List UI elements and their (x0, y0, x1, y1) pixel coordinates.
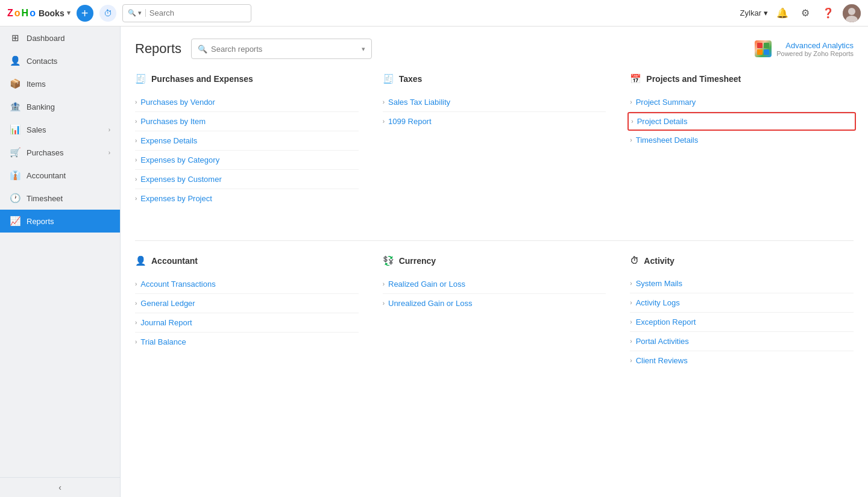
logo-caret[interactable]: ▾ (67, 9, 71, 17)
logo-o2: o (30, 8, 36, 19)
avatar[interactable] (843, 4, 861, 22)
sidebar-item-sales[interactable]: 📊 Sales › (0, 118, 120, 141)
chevron-icon: › (383, 300, 385, 307)
sidebar-item-label: Dashboard (27, 34, 110, 43)
sidebar-collapse-button[interactable]: ‹ (0, 477, 120, 497)
chevron-icon: › (383, 118, 385, 125)
report-item-expenses-by-customer[interactable]: › Expenses by Customer (135, 170, 359, 189)
report-item-expense-details[interactable]: › Expense Details (135, 131, 359, 151)
sidebar-item-accountant[interactable]: 👔 Accountant (0, 164, 120, 187)
chevron-icon: › (630, 357, 632, 364)
report-item-realized-gain-loss[interactable]: › Realized Gain or Loss (383, 275, 606, 294)
dashboard-icon: ⊞ (10, 33, 20, 43)
add-button[interactable]: + (77, 5, 93, 22)
chevron-icon: › (135, 99, 137, 105)
section-divider (135, 240, 854, 241)
sidebar-item-purchases[interactable]: 🛒 Purchases › (0, 141, 120, 164)
reports-icon: 📈 (10, 216, 20, 227)
purchases-expenses-icon: 🧾 (135, 73, 146, 84)
section-activity-title: ⏱ Activity (630, 255, 854, 266)
arrow-icon: › (108, 149, 110, 156)
search-icon: 🔍 (198, 45, 207, 54)
report-item-journal-report[interactable]: › Journal Report (135, 313, 359, 333)
search-filter[interactable]: 🔍 ▾ (128, 9, 146, 17)
timesheet-icon: 🕐 (10, 193, 20, 204)
sidebar-item-label: Sales (27, 125, 102, 134)
logo-o1: o (14, 8, 20, 19)
sidebar-item-label: Reports (27, 217, 110, 226)
report-item-general-ledger[interactable]: › General Ledger (135, 294, 359, 313)
report-item-portal-activities[interactable]: › Portal Activities (630, 332, 854, 351)
chevron-icon: › (135, 319, 137, 326)
logo[interactable]: ZoHo Books ▾ (7, 8, 71, 19)
sidebar-item-label: Banking (27, 102, 110, 111)
advanced-analytics-subtitle: Powered by Zoho Reports (776, 50, 854, 57)
purchases-icon: 🛒 (10, 147, 20, 158)
banking-icon: 🏦 (10, 101, 20, 112)
accountant-section-icon: 👤 (135, 255, 146, 266)
chevron-icon: › (135, 339, 137, 345)
report-item-project-summary[interactable]: › Project Summary (630, 93, 854, 112)
report-item-exception-report[interactable]: › Exception Report (630, 313, 854, 332)
report-item-expenses-by-project[interactable]: › Expenses by Project (135, 189, 359, 208)
chevron-icon: › (630, 338, 632, 345)
section-accountant: 👤 Accountant › Account Transactions › Ge… (135, 255, 359, 370)
sidebar: ⊞ Dashboard 👤 Contacts 📦 Items 🏦 Banking… (0, 27, 121, 497)
sales-icon: 📊 (10, 124, 20, 135)
chevron-icon: › (135, 118, 137, 125)
chevron-icon: › (630, 319, 632, 325)
user-name: Zylkar (740, 8, 761, 17)
sidebar-item-dashboard[interactable]: ⊞ Dashboard (0, 27, 120, 49)
sidebar-item-reports[interactable]: 📈 Reports (0, 210, 120, 233)
section-projects-timesheet: 📅 Projects and Timesheet › Project Summa… (630, 73, 854, 208)
report-item-1099-report[interactable]: › 1099 Report (383, 112, 606, 131)
report-item-purchases-by-item[interactable]: › Purchases by Item (135, 112, 359, 131)
report-item-client-reviews[interactable]: › Client Reviews (630, 351, 854, 370)
arrow-icon: › (108, 127, 110, 133)
help-button[interactable]: ❓ (820, 5, 837, 22)
report-item-activity-logs[interactable]: › Activity Logs (630, 293, 854, 313)
section-activity: ⏱ Activity › System Mails › Activity Log… (630, 255, 854, 370)
chevron-icon: › (135, 137, 137, 144)
nav-search-box: 🔍 ▾ (122, 4, 251, 22)
report-item-system-mails[interactable]: › System Mails (630, 274, 854, 293)
chevron-icon: › (135, 176, 137, 183)
report-item-account-transactions[interactable]: › Account Transactions (135, 275, 359, 294)
nav-search-input[interactable] (149, 8, 246, 17)
sidebar-item-label: Purchases (27, 148, 102, 157)
sidebar-item-contacts[interactable]: 👤 Contacts (0, 49, 120, 72)
contacts-icon: 👤 (10, 55, 20, 66)
logo-books: Books (39, 8, 64, 18)
settings-button[interactable]: ⚙ (797, 5, 814, 22)
report-item-sales-tax-liability[interactable]: › Sales Tax Liability (383, 93, 606, 112)
search-reports-caret[interactable]: ▾ (362, 45, 365, 53)
svg-rect-6 (764, 49, 769, 55)
chevron-icon: › (383, 281, 385, 287)
projects-timesheet-icon: 📅 (630, 73, 641, 84)
section-taxes-title: 🧾 Taxes (383, 73, 606, 84)
svg-rect-3 (757, 43, 763, 48)
report-item-project-details[interactable]: › Project Details (627, 112, 856, 131)
search-reports-input[interactable] (211, 45, 358, 54)
report-item-timesheet-details[interactable]: › Timesheet Details (630, 131, 854, 149)
report-item-trial-balance[interactable]: › Trial Balance (135, 333, 359, 351)
clock-button[interactable]: ⏱ (99, 5, 116, 22)
sidebar-item-banking[interactable]: 🏦 Banking (0, 95, 120, 118)
sidebar-item-items[interactable]: 📦 Items (0, 72, 120, 95)
svg-rect-4 (764, 43, 769, 48)
report-item-purchases-by-vendor[interactable]: › Purchases by Vendor (135, 93, 359, 112)
items-icon: 📦 (10, 78, 20, 89)
svg-rect-5 (757, 49, 763, 55)
sidebar-item-timesheet[interactable]: 🕐 Timesheet (0, 187, 120, 210)
chevron-icon: › (630, 299, 632, 306)
taxes-icon: 🧾 (383, 73, 394, 84)
notifications-button[interactable]: 🔔 (774, 5, 791, 22)
advanced-analytics-button[interactable]: Advanced Analytics Powered by Zoho Repor… (755, 40, 854, 57)
report-item-unrealized-gain-loss[interactable]: › Unrealized Gain or Loss (383, 294, 606, 313)
app-body: ⊞ Dashboard 👤 Contacts 📦 Items 🏦 Banking… (0, 27, 868, 497)
search-reports-box: 🔍 ▾ (191, 39, 372, 59)
report-item-expenses-by-category[interactable]: › Expenses by Category (135, 151, 359, 170)
chevron-icon: › (135, 195, 137, 202)
user-menu[interactable]: Zylkar ▾ (740, 8, 768, 17)
activity-icon: ⏱ (630, 255, 639, 266)
